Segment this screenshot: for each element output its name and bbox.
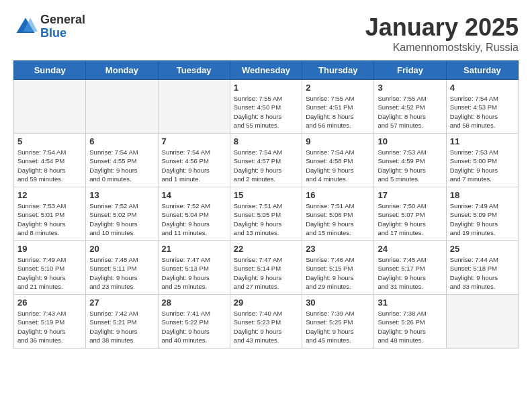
calendar-cell: 8Sunrise: 7:54 AM Sunset: 4:57 PM Daylig… <box>230 134 302 187</box>
title-block: January 2025 Kamennomostskiy, Russia <box>365 13 519 54</box>
day-number: 12 <box>17 190 82 200</box>
calendar-cell: 4Sunrise: 7:54 AM Sunset: 4:53 PM Daylig… <box>446 80 518 134</box>
day-number: 28 <box>162 298 226 308</box>
page-header: General Blue January 2025 Kamennomostski… <box>13 13 519 54</box>
calendar-cell: 22Sunrise: 7:47 AM Sunset: 5:14 PM Dayli… <box>230 241 302 295</box>
day-info: Sunrise: 7:54 AM Sunset: 4:53 PM Dayligh… <box>450 94 515 130</box>
day-info: Sunrise: 7:52 AM Sunset: 5:04 PM Dayligh… <box>162 201 226 237</box>
day-info: Sunrise: 7:53 AM Sunset: 4:59 PM Dayligh… <box>378 148 442 183</box>
calendar-cell: 9Sunrise: 7:54 AM Sunset: 4:58 PM Daylig… <box>302 134 374 187</box>
calendar-cell: 12Sunrise: 7:53 AM Sunset: 5:01 PM Dayli… <box>14 187 86 241</box>
calendar-cell: 29Sunrise: 7:40 AM Sunset: 5:23 PM Dayli… <box>230 295 302 349</box>
calendar-cell: 5Sunrise: 7:54 AM Sunset: 4:54 PM Daylig… <box>14 134 86 187</box>
day-info: Sunrise: 7:51 AM Sunset: 5:05 PM Dayligh… <box>234 201 298 237</box>
calendar-cell <box>158 80 230 134</box>
day-number: 27 <box>89 298 154 308</box>
day-number: 25 <box>450 244 515 254</box>
calendar-cell: 11Sunrise: 7:53 AM Sunset: 5:00 PM Dayli… <box>446 134 518 187</box>
day-info: Sunrise: 7:43 AM Sunset: 5:19 PM Dayligh… <box>17 309 82 345</box>
weekday-header-sunday: Sunday <box>14 61 86 80</box>
day-info: Sunrise: 7:54 AM Sunset: 4:54 PM Dayligh… <box>17 148 82 183</box>
day-info: Sunrise: 7:50 AM Sunset: 5:07 PM Dayligh… <box>378 201 442 237</box>
week-row-1: 1Sunrise: 7:55 AM Sunset: 4:50 PM Daylig… <box>14 80 519 134</box>
day-number: 8 <box>234 136 298 146</box>
day-number: 31 <box>378 298 442 308</box>
logo-general: General <box>40 13 85 27</box>
day-number: 10 <box>378 136 442 146</box>
weekday-header-monday: Monday <box>86 61 158 80</box>
calendar-cell: 21Sunrise: 7:47 AM Sunset: 5:13 PM Dayli… <box>158 241 230 295</box>
day-number: 20 <box>89 244 154 254</box>
day-info: Sunrise: 7:38 AM Sunset: 5:26 PM Dayligh… <box>378 309 442 345</box>
week-row-5: 26Sunrise: 7:43 AM Sunset: 5:19 PM Dayli… <box>14 295 519 349</box>
day-info: Sunrise: 7:47 AM Sunset: 5:14 PM Dayligh… <box>234 255 298 291</box>
day-info: Sunrise: 7:55 AM Sunset: 4:51 PM Dayligh… <box>306 94 370 130</box>
day-number: 14 <box>162 190 226 200</box>
week-row-2: 5Sunrise: 7:54 AM Sunset: 4:54 PM Daylig… <box>14 134 519 187</box>
day-number: 2 <box>306 83 370 93</box>
calendar-table: SundayMondayTuesdayWednesdayThursdayFrid… <box>13 60 519 349</box>
day-number: 15 <box>234 190 298 200</box>
day-info: Sunrise: 7:41 AM Sunset: 5:22 PM Dayligh… <box>162 309 226 345</box>
day-number: 11 <box>450 136 515 146</box>
day-number: 23 <box>306 244 370 254</box>
day-number: 30 <box>306 298 370 308</box>
day-number: 6 <box>89 136 154 146</box>
calendar-cell: 31Sunrise: 7:38 AM Sunset: 5:26 PM Dayli… <box>374 295 446 349</box>
day-info: Sunrise: 7:45 AM Sunset: 5:17 PM Dayligh… <box>378 255 442 291</box>
weekday-header-wednesday: Wednesday <box>230 61 302 80</box>
logo: General Blue <box>13 13 85 40</box>
calendar-cell: 24Sunrise: 7:45 AM Sunset: 5:17 PM Dayli… <box>374 241 446 295</box>
calendar-cell: 27Sunrise: 7:42 AM Sunset: 5:21 PM Dayli… <box>86 295 158 349</box>
day-info: Sunrise: 7:49 AM Sunset: 5:10 PM Dayligh… <box>17 255 82 291</box>
day-number: 18 <box>450 190 515 200</box>
day-info: Sunrise: 7:54 AM Sunset: 4:57 PM Dayligh… <box>234 148 298 183</box>
calendar-cell <box>14 80 86 134</box>
day-number: 4 <box>450 83 515 93</box>
day-number: 24 <box>378 244 442 254</box>
day-number: 5 <box>17 136 82 146</box>
day-info: Sunrise: 7:49 AM Sunset: 5:09 PM Dayligh… <box>450 201 515 237</box>
day-number: 29 <box>234 298 298 308</box>
calendar-cell: 3Sunrise: 7:55 AM Sunset: 4:52 PM Daylig… <box>374 80 446 134</box>
day-info: Sunrise: 7:40 AM Sunset: 5:23 PM Dayligh… <box>234 309 298 345</box>
day-info: Sunrise: 7:55 AM Sunset: 4:50 PM Dayligh… <box>234 94 298 130</box>
day-number: 1 <box>234 83 298 93</box>
calendar-cell: 1Sunrise: 7:55 AM Sunset: 4:50 PM Daylig… <box>230 80 302 134</box>
weekday-header-saturday: Saturday <box>446 61 518 80</box>
calendar-cell: 28Sunrise: 7:41 AM Sunset: 5:22 PM Dayli… <box>158 295 230 349</box>
day-number: 13 <box>89 190 154 200</box>
calendar-cell: 23Sunrise: 7:46 AM Sunset: 5:15 PM Dayli… <box>302 241 374 295</box>
day-info: Sunrise: 7:52 AM Sunset: 5:02 PM Dayligh… <box>89 201 154 237</box>
calendar-cell <box>446 295 518 349</box>
day-info: Sunrise: 7:42 AM Sunset: 5:21 PM Dayligh… <box>89 309 154 345</box>
calendar-cell: 2Sunrise: 7:55 AM Sunset: 4:51 PM Daylig… <box>302 80 374 134</box>
day-info: Sunrise: 7:39 AM Sunset: 5:25 PM Dayligh… <box>306 309 370 345</box>
day-info: Sunrise: 7:48 AM Sunset: 5:11 PM Dayligh… <box>89 255 154 291</box>
day-number: 3 <box>378 83 442 93</box>
logo-icon <box>13 15 38 39</box>
weekday-header-thursday: Thursday <box>302 61 374 80</box>
day-number: 7 <box>162 136 226 146</box>
calendar-subtitle: Kamennomostskiy, Russia <box>365 42 519 54</box>
calendar-cell: 10Sunrise: 7:53 AM Sunset: 4:59 PM Dayli… <box>374 134 446 187</box>
calendar-cell: 26Sunrise: 7:43 AM Sunset: 5:19 PM Dayli… <box>14 295 86 349</box>
calendar-cell: 17Sunrise: 7:50 AM Sunset: 5:07 PM Dayli… <box>374 187 446 241</box>
day-number: 26 <box>17 298 82 308</box>
logo-text: General Blue <box>40 13 85 40</box>
day-info: Sunrise: 7:54 AM Sunset: 4:55 PM Dayligh… <box>89 148 154 183</box>
calendar-cell: 25Sunrise: 7:44 AM Sunset: 5:18 PM Dayli… <box>446 241 518 295</box>
day-number: 16 <box>306 190 370 200</box>
weekday-header-tuesday: Tuesday <box>158 61 230 80</box>
calendar-cell: 7Sunrise: 7:54 AM Sunset: 4:56 PM Daylig… <box>158 134 230 187</box>
day-info: Sunrise: 7:53 AM Sunset: 5:01 PM Dayligh… <box>17 201 82 237</box>
calendar-cell: 15Sunrise: 7:51 AM Sunset: 5:05 PM Dayli… <box>230 187 302 241</box>
day-number: 19 <box>17 244 82 254</box>
day-info: Sunrise: 7:44 AM Sunset: 5:18 PM Dayligh… <box>450 255 515 291</box>
calendar-cell: 30Sunrise: 7:39 AM Sunset: 5:25 PM Dayli… <box>302 295 374 349</box>
day-number: 17 <box>378 190 442 200</box>
day-info: Sunrise: 7:54 AM Sunset: 4:56 PM Dayligh… <box>162 148 226 183</box>
logo-blue: Blue <box>40 27 85 40</box>
calendar-cell: 13Sunrise: 7:52 AM Sunset: 5:02 PM Dayli… <box>86 187 158 241</box>
day-info: Sunrise: 7:54 AM Sunset: 4:58 PM Dayligh… <box>306 148 370 183</box>
